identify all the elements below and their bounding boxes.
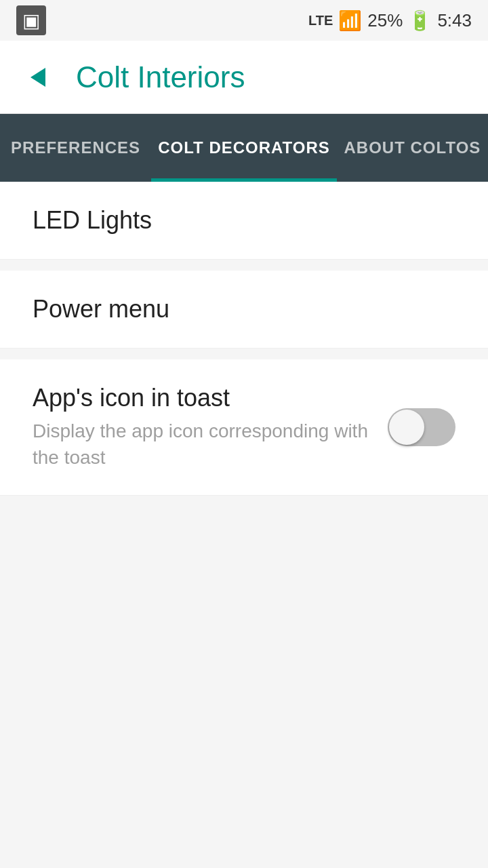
tab-about-coltos[interactable]: ABOUT COLTOS	[337, 114, 488, 182]
tab-colt-decorators-label: COLT DECORATORS	[158, 138, 330, 157]
image-icon	[16, 5, 46, 35]
battery-percentage: 25%	[367, 10, 403, 31]
separator-2	[0, 349, 488, 359]
apps-icon-toast-toggle[interactable]	[388, 408, 455, 446]
tab-colt-decorators[interactable]: COLT DECORATORS	[151, 114, 337, 182]
lte-indicator: LTE	[308, 13, 333, 28]
tab-preferences-label: PREFERENCES	[11, 138, 140, 157]
time-display: 5:43	[437, 10, 472, 31]
tab-about-coltos-label: ABOUT COLTOS	[344, 138, 481, 157]
power-menu-item[interactable]: Power menu	[0, 271, 488, 349]
app-bar-title: Colt Interiors	[76, 60, 245, 94]
apps-icon-toast-item[interactable]: App's icon in toast Display the app icon…	[0, 359, 488, 496]
app-bar: Colt Interiors	[0, 41, 488, 114]
toggle-knob	[389, 410, 424, 445]
apps-icon-toast-desc: Display the app icon corresponding with …	[33, 418, 371, 471]
back-button[interactable]	[19, 58, 57, 96]
power-menu-text: Power menu	[33, 295, 455, 323]
content-area: LED Lights Power menu App's icon in toas…	[0, 182, 488, 496]
power-menu-title: Power menu	[33, 295, 169, 323]
status-bar: LTE 📶 25% 🔋 5:43	[0, 0, 488, 41]
status-icons: LTE 📶 25% 🔋 5:43	[308, 9, 472, 32]
status-bar-left	[16, 5, 302, 35]
led-lights-text: LED Lights	[33, 206, 455, 235]
apps-icon-toast-text: App's icon in toast Display the app icon…	[33, 384, 371, 471]
back-arrow-icon	[30, 68, 45, 87]
battery-icon: 🔋	[408, 9, 432, 32]
separator-1	[0, 260, 488, 271]
led-lights-item[interactable]: LED Lights	[0, 182, 488, 260]
tab-preferences[interactable]: PREFERENCES	[0, 114, 151, 182]
signal-icon: 📶	[338, 9, 362, 32]
led-lights-title: LED Lights	[33, 206, 152, 234]
apps-icon-toast-title: App's icon in toast	[33, 384, 371, 412]
tab-bar: PREFERENCES COLT DECORATORS ABOUT COLTOS	[0, 114, 488, 182]
